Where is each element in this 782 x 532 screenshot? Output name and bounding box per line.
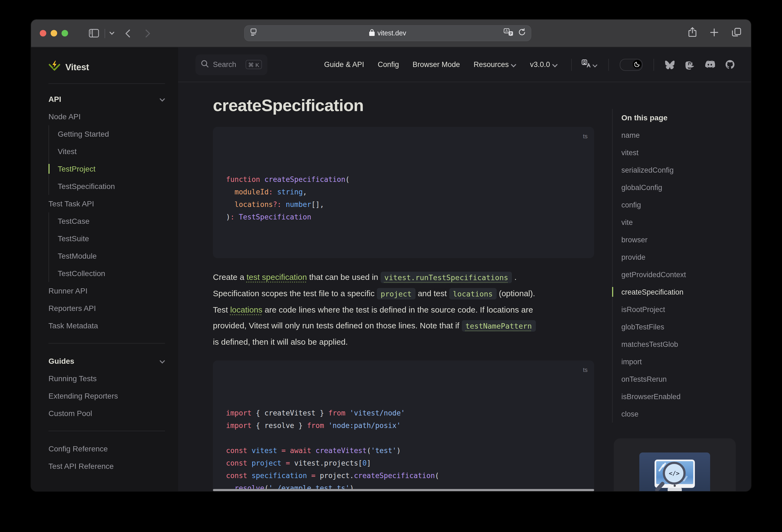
- outline-item-vitest[interactable]: vitest: [621, 144, 740, 161]
- outline-item-ontestsrerun[interactable]: onTestsRerun: [621, 370, 740, 388]
- share-icon[interactable]: [688, 27, 697, 39]
- close-window-button[interactable]: [40, 30, 46, 36]
- description-paragraph: Create a test specification that can be …: [213, 269, 594, 350]
- language-menu[interactable]: [581, 59, 597, 70]
- sidebar-item-testcase[interactable]: TestCase: [58, 212, 165, 230]
- outline-item-name[interactable]: name: [621, 126, 740, 144]
- vitest-logo-icon: [48, 60, 61, 74]
- inline-link[interactable]: locations: [230, 305, 262, 314]
- divider: [653, 59, 654, 71]
- dark-mode-toggle[interactable]: [620, 59, 643, 71]
- new-tab-icon[interactable]: [710, 28, 718, 38]
- outline-item-serializedconfig[interactable]: serializedConfig: [621, 161, 740, 179]
- search-input[interactable]: Search ⌘ K: [196, 54, 268, 75]
- outline-item-createspecification[interactable]: createSpecification: [621, 283, 740, 300]
- sidebar-item-reporters-api[interactable]: Reporters API: [48, 299, 165, 317]
- on-this-page-outline: On this page namevitestserializedConfigg…: [612, 109, 740, 423]
- reader-icon[interactable]: [250, 28, 257, 38]
- sidebar-item-task-metadata[interactable]: Task Metadata: [48, 317, 165, 334]
- lock-icon: [369, 29, 375, 38]
- github-icon[interactable]: [725, 60, 735, 69]
- reload-icon[interactable]: [519, 28, 526, 38]
- outline-item-vite[interactable]: vite: [621, 213, 740, 231]
- sidebar-item-testproject[interactable]: TestProject: [58, 160, 165, 178]
- discord-icon[interactable]: [705, 61, 715, 69]
- outline-item-config[interactable]: config: [621, 196, 740, 213]
- code-lang-label: ts: [583, 364, 588, 376]
- code-line: const project = vitest.projects[0]: [226, 457, 585, 469]
- outline-title: On this page: [621, 109, 740, 126]
- active-marker: [48, 164, 49, 174]
- moon-icon: [633, 60, 641, 68]
- inline-code-link[interactable]: vitest.runTestSpecifications: [380, 272, 512, 283]
- sidebar-item-test-api-reference[interactable]: Test API Reference: [48, 457, 165, 475]
- page: Vitest APINode APIGetting StartedVitestT…: [31, 47, 751, 491]
- sidebar-item-custom-pool[interactable]: Custom Pool: [48, 404, 165, 422]
- sidebar-item-vitest[interactable]: Vitest: [58, 143, 165, 160]
- nav-link-browser-mode[interactable]: Browser Mode: [413, 61, 460, 69]
- browser-window: vitest.dev A: [31, 20, 751, 491]
- sidebar-item-running-tests[interactable]: Running Tests: [48, 370, 165, 387]
- translate-icon: [581, 59, 591, 70]
- forward-icon[interactable]: [145, 29, 150, 37]
- sidebar-section-api[interactable]: API: [48, 91, 165, 108]
- chevron-down-icon: [511, 61, 516, 69]
- mastodon-icon[interactable]: [685, 60, 694, 69]
- outline-item-browser[interactable]: browser: [621, 231, 740, 248]
- nav-links: Guide & APIConfigBrowser ModeResourcesv3…: [324, 60, 558, 69]
- sidebar-item-testcollection[interactable]: TestCollection: [58, 264, 165, 282]
- code-block-signature: ts function createSpecification( moduleI…: [213, 127, 594, 258]
- sidebar-item-testmodule[interactable]: TestModule: [58, 247, 165, 264]
- nav-link-v3-0-0[interactable]: v3.0.0: [530, 60, 558, 69]
- outline-item-getprovidedcontext[interactable]: getProvidedContext: [621, 266, 740, 283]
- outline-item-isbrowserenabled[interactable]: isBrowserEnabled: [621, 388, 740, 405]
- code-line: const vitest = await createVitest('test'…: [226, 444, 585, 457]
- sidebar-item-getting-started[interactable]: Getting Started: [58, 125, 165, 143]
- sidebar-item-testsuite[interactable]: TestSuite: [58, 230, 165, 247]
- sidebar-group: Getting StartedVitestTestProjectTestSpec…: [48, 125, 165, 195]
- sponsor-card[interactable]: </>: [614, 438, 736, 491]
- sidebar-toggle-icon[interactable]: [89, 29, 99, 38]
- tabs-icon[interactable]: [732, 28, 741, 39]
- outline-item-close[interactable]: close: [621, 405, 740, 423]
- outline-items: namevitestserializedConfigglobalConfigco…: [621, 126, 740, 423]
- svg-text:A: A: [505, 29, 508, 33]
- outline-item-import[interactable]: import: [621, 353, 740, 370]
- sidebar-item-extending-reporters[interactable]: Extending Reporters: [48, 387, 165, 404]
- zoom-window-button[interactable]: [62, 30, 68, 36]
- magnifier-icon: </>: [663, 462, 686, 485]
- outline-item-globtestfiles[interactable]: globTestFiles: [621, 318, 740, 335]
- code-lines: import { createVitest } from 'vitest/nod…: [226, 407, 585, 491]
- sidebar-chevron-down-icon[interactable]: [109, 32, 114, 35]
- back-icon[interactable]: [125, 29, 130, 37]
- url-text: vitest.dev: [378, 29, 406, 37]
- outline-item-isrootproject[interactable]: isRootProject: [621, 300, 740, 318]
- code-search-illustration: </>: [639, 453, 710, 491]
- scroll-strip[interactable]: [213, 489, 594, 491]
- inline-link[interactable]: test specification: [246, 272, 307, 282]
- active-marker: [612, 287, 613, 297]
- monitor-stand: [668, 488, 682, 491]
- inline-code-link[interactable]: testNamePattern: [462, 320, 536, 331]
- nav-link-guide-api[interactable]: Guide & API: [324, 61, 364, 69]
- sidebar-item-testspecification[interactable]: TestSpecification: [58, 178, 165, 195]
- nav-link-config[interactable]: Config: [378, 61, 399, 69]
- sidebar-group: TestCaseTestSuiteTestModuleTestCollectio…: [48, 212, 165, 282]
- sidebar: Vitest APINode APIGetting StartedVitestT…: [31, 47, 178, 491]
- minimize-window-button[interactable]: [51, 30, 57, 36]
- outline-item-provide[interactable]: provide: [621, 248, 740, 266]
- top-navbar: Search ⌘ K Guide & APIConfigBrowser Mode…: [178, 47, 751, 82]
- vitest-logo[interactable]: Vitest: [48, 54, 165, 80]
- translate-icon[interactable]: A: [504, 28, 513, 38]
- sidebar-item-test-task-api[interactable]: Test Task API: [48, 195, 165, 212]
- sidebar-item-runner-api[interactable]: Runner API: [48, 282, 165, 299]
- browser-titlebar: vitest.dev A: [31, 20, 751, 47]
- bluesky-icon[interactable]: [665, 60, 675, 69]
- sidebar-item-node-api[interactable]: Node API: [48, 108, 165, 125]
- address-bar[interactable]: vitest.dev A: [245, 26, 531, 41]
- sidebar-item-config-reference[interactable]: Config Reference: [48, 440, 165, 457]
- outline-item-globalconfig[interactable]: globalConfig: [621, 179, 740, 196]
- nav-link-resources[interactable]: Resources: [473, 60, 516, 69]
- sidebar-section-guides[interactable]: Guides: [48, 352, 165, 370]
- outline-item-matchestestglob[interactable]: matchesTestGlob: [621, 335, 740, 353]
